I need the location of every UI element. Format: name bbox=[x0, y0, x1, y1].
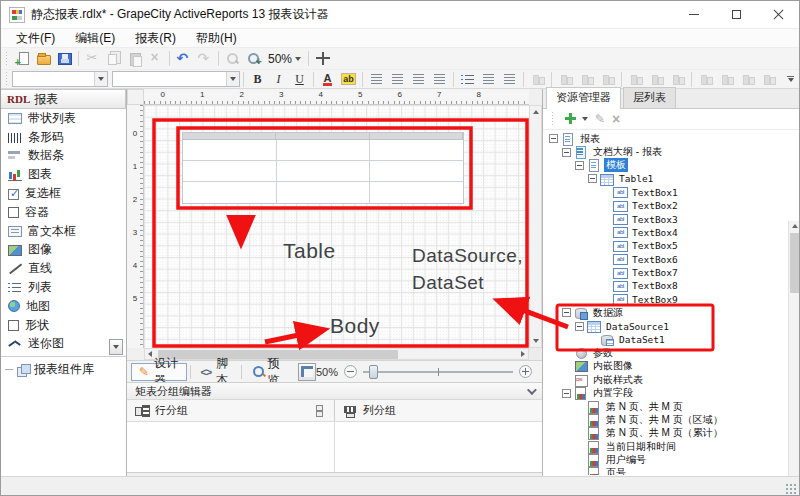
canvas-horizontal-scrollbar[interactable] bbox=[144, 348, 529, 360]
design-surface[interactable]: Table DataSource, DataSet Body bbox=[144, 105, 529, 348]
toolbox-item[interactable]: 带状列表 bbox=[1, 109, 126, 128]
explorer-tab[interactable]: 资源管理器 bbox=[546, 87, 621, 109]
table-cell[interactable] bbox=[370, 182, 463, 203]
delete-resource-button[interactable]: × bbox=[612, 114, 620, 124]
underline-button[interactable]: U bbox=[289, 70, 310, 89]
row-groups-list[interactable] bbox=[127, 422, 335, 472]
tree-item[interactable]: 参数 bbox=[543, 346, 800, 359]
tree-item[interactable]: 内嵌图像 bbox=[543, 360, 800, 373]
stacked-boxes-icon[interactable] bbox=[312, 404, 326, 417]
table-cell[interactable] bbox=[370, 140, 463, 160]
table-cell[interactable] bbox=[183, 161, 277, 181]
tree-expander-icon[interactable] bbox=[549, 134, 558, 143]
size-to-grid-button[interactable] bbox=[758, 70, 779, 89]
table-cell[interactable] bbox=[370, 161, 463, 181]
toolbox-item[interactable]: 迷你图 bbox=[1, 335, 126, 354]
tree-item[interactable]: 当前日期和时间 bbox=[543, 440, 800, 453]
copy-button[interactable] bbox=[103, 49, 124, 68]
group-editor-header[interactable]: 矩表分组编辑器 bbox=[127, 382, 542, 400]
align-right-button[interactable] bbox=[408, 70, 429, 89]
tree-item[interactable]: 内嵌样式表 bbox=[543, 373, 800, 386]
zoom-slider-track[interactable] bbox=[363, 371, 513, 373]
minimize-button[interactable] bbox=[673, 1, 715, 28]
menu-item[interactable]: 报表(R) bbox=[126, 29, 185, 48]
toolbox-item[interactable]: 条形码 bbox=[1, 128, 126, 147]
new-report-button[interactable] bbox=[12, 49, 33, 68]
toolbox-item[interactable]: 复选框 bbox=[1, 184, 126, 203]
tree-item[interactable]: DataSet1 bbox=[543, 333, 800, 346]
toolbox-item[interactable]: 列表 bbox=[1, 278, 126, 297]
table-cell[interactable] bbox=[183, 182, 277, 203]
scrollbar-thumb[interactable] bbox=[790, 233, 799, 293]
toolbox-item[interactable]: 数据条 bbox=[1, 147, 126, 166]
snap-to-grid-button[interactable] bbox=[527, 70, 548, 89]
tree-item[interactable]: 数据源 bbox=[543, 306, 800, 319]
toolbox-item[interactable]: 图表 bbox=[1, 165, 126, 184]
zoom-plus-button[interactable] bbox=[519, 365, 532, 378]
bullet-list-button[interactable] bbox=[457, 70, 478, 89]
zoom-out-button[interactable] bbox=[222, 49, 243, 68]
tree-item[interactable]: 文档大纲 - 报表 bbox=[543, 145, 800, 158]
zoom-slider-thumb[interactable] bbox=[369, 365, 378, 379]
open-button[interactable] bbox=[33, 49, 54, 68]
toolbox-item[interactable]: 图像 bbox=[1, 241, 126, 260]
close-button[interactable] bbox=[757, 1, 799, 28]
tree-item[interactable]: 报表 bbox=[543, 132, 800, 145]
tree-item[interactable]: TextBox8 bbox=[543, 279, 800, 292]
tree-expander-icon[interactable] bbox=[562, 308, 571, 317]
toolbox-item[interactable]: 富文本框 bbox=[1, 222, 126, 241]
tree-expander-icon[interactable] bbox=[562, 148, 571, 157]
tab-designer[interactable]: ✎ 设计器 bbox=[131, 363, 187, 381]
indent-decrease-button[interactable] bbox=[499, 70, 520, 89]
same-width-button[interactable] bbox=[695, 70, 716, 89]
menu-item[interactable]: 文件(F) bbox=[7, 29, 64, 48]
tab-preview[interactable]: 预览 bbox=[245, 363, 292, 381]
highlight-button[interactable]: ab bbox=[338, 70, 359, 89]
align-left-button[interactable] bbox=[366, 70, 387, 89]
tree-item[interactable]: 模板 bbox=[543, 159, 800, 172]
align-tops-button[interactable] bbox=[625, 70, 646, 89]
bold-button[interactable]: B bbox=[247, 70, 268, 89]
col-groups-list[interactable] bbox=[335, 422, 542, 472]
italic-button[interactable]: I bbox=[268, 70, 289, 89]
toggle-rulers-button[interactable] bbox=[298, 363, 316, 381]
toolbox-scroll-down-button[interactable] bbox=[109, 339, 123, 355]
tree-item[interactable]: Table1 bbox=[543, 172, 800, 185]
tree-item[interactable]: TextBox5 bbox=[543, 239, 800, 252]
toolbox-item[interactable]: 容器 bbox=[1, 203, 126, 222]
report-table-widget[interactable] bbox=[182, 132, 464, 204]
table-cell[interactable] bbox=[277, 182, 371, 203]
align-lefts-button[interactable] bbox=[555, 70, 576, 89]
zoom-in-button[interactable]: + bbox=[243, 49, 264, 68]
resize-grip[interactable] bbox=[785, 483, 797, 495]
font-size-select[interactable] bbox=[112, 71, 240, 87]
maximize-button[interactable] bbox=[715, 1, 757, 28]
font-family-select[interactable] bbox=[12, 71, 108, 87]
tree-item[interactable]: 用户编号 bbox=[543, 453, 800, 466]
tree-scrollbar[interactable] bbox=[788, 221, 800, 496]
toolbox-item[interactable]: 直线 bbox=[1, 259, 126, 278]
edit-resource-button[interactable]: ✎ bbox=[595, 112, 605, 126]
tab-script[interactable]: <> 脚本 bbox=[193, 363, 238, 381]
tree-item[interactable]: 页号 bbox=[543, 467, 800, 475]
undo-button[interactable] bbox=[173, 49, 194, 68]
menu-item[interactable]: 编辑(E) bbox=[66, 29, 124, 48]
explorer-tab[interactable]: 层列表 bbox=[623, 87, 676, 108]
tree-item[interactable]: TextBox1 bbox=[543, 186, 800, 199]
align-centers-button[interactable] bbox=[576, 70, 597, 89]
align-rights-button[interactable] bbox=[597, 70, 618, 89]
zoom-level-select[interactable]: 50% bbox=[264, 51, 305, 67]
redo-button[interactable] bbox=[194, 49, 215, 68]
tree-item[interactable]: TextBox9 bbox=[543, 293, 800, 306]
tree-item[interactable]: 第 N 页、共 M 页（累计） bbox=[543, 427, 800, 440]
align-justify-button[interactable] bbox=[429, 70, 450, 89]
add-resource-button[interactable] bbox=[565, 113, 579, 126]
font-color-button[interactable]: A bbox=[317, 70, 338, 89]
paste-button[interactable] bbox=[124, 49, 145, 68]
cut-button[interactable] bbox=[82, 49, 103, 68]
tree-item[interactable]: TextBox2 bbox=[543, 199, 800, 212]
tree-expander-icon[interactable] bbox=[575, 161, 584, 170]
report-library-item[interactable]: 报表组件库 bbox=[1, 360, 126, 379]
same-height-button[interactable] bbox=[716, 70, 737, 89]
align-middles-button[interactable] bbox=[646, 70, 667, 89]
